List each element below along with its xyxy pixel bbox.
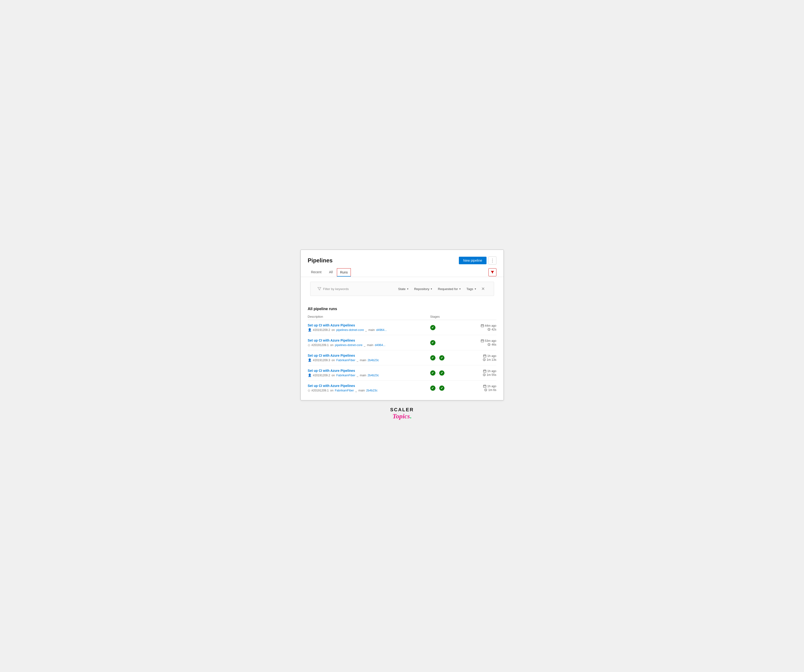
time-ago-row: 1h ago xyxy=(483,384,496,388)
header-actions: New pipeline ⋮ xyxy=(459,257,496,265)
funnel-icon xyxy=(490,270,494,274)
repo-link[interactable]: FabrikamFiber xyxy=(336,374,355,377)
filter-keyword-icon xyxy=(317,287,321,291)
stage-success-icon-2: ✔ xyxy=(439,370,444,376)
time-ago-row: 1h ago xyxy=(483,370,496,373)
pipeline-info: Set up CI with Azure Pipelines ◇ #201912… xyxy=(308,338,430,347)
repo-link[interactable]: pipelines-dotnet-core xyxy=(336,328,364,332)
calendar-icon xyxy=(483,370,486,373)
pipeline-info: Set up CI with Azure Pipelines 👤 #201912… xyxy=(308,353,430,362)
time-ago: 1h ago xyxy=(487,370,496,373)
requested-for-chevron-icon: ▾ xyxy=(459,288,461,291)
time-ago: 53m ago xyxy=(485,339,497,342)
time-ago-row: 1h ago xyxy=(483,354,496,358)
stage-separator: - xyxy=(437,356,438,360)
branch-icon: ⎯ xyxy=(364,344,366,347)
stage-success-icon-1: ✔ xyxy=(430,355,435,360)
pipeline-name[interactable]: Set up CI with Azure Pipelines xyxy=(308,353,430,357)
tab-all[interactable]: All xyxy=(326,268,336,277)
commit-hash[interactable]: d4964... xyxy=(375,343,385,347)
filter-icon-button[interactable] xyxy=(489,268,497,276)
run-id: #20191209.1 xyxy=(312,343,329,347)
pipeline-time: 1h ago 1m 6s xyxy=(468,384,497,392)
svg-rect-2 xyxy=(481,340,484,342)
pipeline-name[interactable]: Set up CI with Azure Pipelines xyxy=(308,384,430,388)
calendar-icon xyxy=(481,339,484,342)
svg-rect-4 xyxy=(484,355,486,357)
clock-icon xyxy=(487,328,490,331)
stage-separator: - xyxy=(437,371,438,375)
repo-link[interactable]: FabrikamFiber xyxy=(335,389,354,392)
state-dropdown[interactable]: State ▾ xyxy=(396,286,411,292)
commit-hash[interactable]: 2b4b23c xyxy=(368,358,379,362)
stage-success-icon: ✔ xyxy=(430,340,435,345)
duration: 1m 6s xyxy=(488,388,496,392)
person-icon: 👤 xyxy=(308,328,312,332)
pipeline-name[interactable]: Set up CI with Azure Pipelines xyxy=(308,323,430,327)
svg-rect-0 xyxy=(481,325,484,327)
tab-recent[interactable]: Recent xyxy=(308,268,325,277)
repository-dropdown[interactable]: Repository ▾ xyxy=(412,286,435,292)
pipeline-row: Set up CI with Azure Pipelines ◇ #201912… xyxy=(308,381,497,396)
tabs-left: Recent All Runs xyxy=(308,268,352,277)
pipeline-row: Set up CI with Azure Pipelines 👤 #201912… xyxy=(308,320,497,335)
main-content: All pipeline runs Description Stages Set… xyxy=(301,301,503,400)
pipeline-meta: 👤 #20191209.2 on FabrikamFiber ⎯ main 2b… xyxy=(308,373,430,377)
filter-bar: Filter by keywords State ▾ Repository ▾ … xyxy=(310,282,494,296)
pipeline-stages: ✔ - ✔ xyxy=(430,370,468,376)
person-icon: 👤 xyxy=(308,373,312,377)
person-icon: 👤 xyxy=(308,358,312,362)
logo-scaler-text: SCALER xyxy=(390,407,414,412)
pipeline-name[interactable]: Set up CI with Azure Pipelines xyxy=(308,338,430,342)
new-pipeline-button[interactable]: New pipeline xyxy=(459,257,486,264)
branch-name: main xyxy=(358,389,365,392)
pipeline-info: Set up CI with Azure Pipelines ◇ #201912… xyxy=(308,384,430,392)
repo-link[interactable]: pipelines-dotnet-core xyxy=(335,343,363,347)
tags-chevron-icon: ▾ xyxy=(475,288,476,291)
pipeline-info: Set up CI with Azure Pipelines 👤 #201912… xyxy=(308,323,430,332)
filter-dropdowns: State ▾ Repository ▾ Requested for ▾ Tag… xyxy=(396,285,487,293)
duration-row: 46s xyxy=(487,343,496,346)
filter-close-button[interactable]: ✕ xyxy=(479,285,487,293)
tabs-bar: Recent All Runs xyxy=(301,268,503,277)
branch-name: main xyxy=(360,374,366,377)
branch-icon: ⎯ xyxy=(357,359,358,361)
pipeline-time: 44m ago 42s xyxy=(468,324,497,331)
section-title: All pipeline runs xyxy=(308,307,497,311)
time-ago: 1h ago xyxy=(487,354,496,358)
svg-rect-8 xyxy=(484,385,486,388)
table-header: Description Stages xyxy=(308,314,497,320)
pipeline-stages: ✔ - ✔ xyxy=(430,355,468,360)
commit-hash[interactable]: 2b4b23c xyxy=(368,374,379,377)
duration: 1m 55s xyxy=(487,373,497,376)
pipeline-row: Set up CI with Azure Pipelines 👤 #201912… xyxy=(308,365,497,381)
filter-bar-wrapper: Filter by keywords State ▾ Repository ▾ … xyxy=(301,277,503,301)
duration: 1m 13s xyxy=(487,358,497,361)
repo-link[interactable]: FabrikamFiber xyxy=(336,358,355,362)
duration-row: 42s xyxy=(487,328,496,331)
time-ago: 1h ago xyxy=(487,384,496,388)
duration-row: 1m 55s xyxy=(483,373,497,376)
calendar-icon xyxy=(483,384,486,388)
requested-for-dropdown[interactable]: Requested for ▾ xyxy=(435,286,463,292)
pipeline-meta: ◇ #20191209.1 on FabrikamFiber ⎯ main 2b… xyxy=(308,389,430,392)
branch-icon: ⎯ xyxy=(365,329,367,331)
duration: 42s xyxy=(492,328,496,331)
commit-hash[interactable]: 2b4b23c xyxy=(366,389,377,392)
pipeline-time: 1h ago 1m 55s xyxy=(468,370,497,376)
time-ago: 44m ago xyxy=(485,324,497,327)
branch-name: main xyxy=(368,328,375,332)
commit-hash[interactable]: d4964... xyxy=(376,328,387,332)
run-id: #20191209.2 xyxy=(313,374,330,377)
branch-name: main xyxy=(360,358,366,362)
tags-dropdown[interactable]: Tags ▾ xyxy=(464,286,479,292)
tab-runs[interactable]: Runs xyxy=(337,268,351,276)
col-header-stages: Stages xyxy=(430,315,468,319)
pipeline-stages: ✔ xyxy=(430,340,468,345)
pipeline-row: Set up CI with Azure Pipelines ◇ #201912… xyxy=(308,335,497,350)
branch-icon: ⎯ xyxy=(355,389,357,392)
pipeline-name[interactable]: Set up CI with Azure Pipelines xyxy=(308,369,430,373)
filter-keyword-area[interactable]: Filter by keywords xyxy=(317,287,396,291)
logo-topics-text: Topics. xyxy=(392,412,412,420)
more-button[interactable]: ⋮ xyxy=(489,257,497,265)
